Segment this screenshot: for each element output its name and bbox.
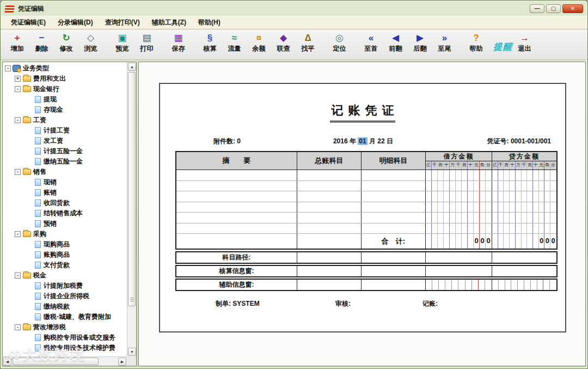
toolbar-button-next[interactable]: ▶后翻	[408, 32, 432, 53]
menu-item-voucher-edit[interactable]: 凭证编辑(E)	[5, 16, 52, 29]
toolbar-button-flow[interactable]: ≈流量	[222, 32, 247, 53]
toolbar-button-level[interactable]: Δ找平	[296, 32, 320, 53]
tree-item-purchase[interactable]: -采购	[4, 229, 126, 239]
close-button[interactable]: ✕	[562, 4, 583, 13]
toolbar-button-help[interactable]: ?帮助	[464, 32, 488, 53]
tree-item-tax[interactable]: -税金	[4, 270, 126, 281]
tree-item-cash-purchase[interactable]: 现购商品	[4, 239, 126, 250]
toolbar-button-save[interactable]: ▦保存	[166, 32, 191, 53]
tree-item-salary[interactable]: -工资	[4, 115, 126, 125]
scroll-right-icon[interactable]: ▶	[118, 358, 126, 366]
tree-item-accrue-surtax[interactable]: 计提附加税费	[4, 281, 126, 291]
entry-cell[interactable]	[362, 170, 426, 180]
entry-row[interactable]	[176, 181, 556, 192]
entry-cell[interactable]	[362, 181, 426, 191]
collapse-icon[interactable]: -	[15, 117, 21, 123]
scroll-down-icon[interactable]: ▼	[128, 348, 136, 356]
amount-cell[interactable]	[492, 170, 556, 180]
entry-cell[interactable]	[362, 191, 426, 202]
entry-row[interactable]	[176, 213, 556, 223]
menu-item-query-print[interactable]: 查询打印(V)	[99, 16, 146, 29]
toolbar-button-link-query[interactable]: ◆联查	[271, 32, 296, 53]
tree-item-accrue-income-tax[interactable]: 计提企业所得税	[4, 291, 126, 301]
amount-cell[interactable]	[426, 202, 492, 213]
tree-item-pay-city-edu-surtax[interactable]: 缴税-城建、教育费附加	[4, 312, 126, 322]
entry-cell[interactable]	[176, 181, 297, 191]
entry-row[interactable]	[176, 170, 556, 181]
tree-item-cash-bank[interactable]: -现金银行	[4, 84, 126, 94]
date-day[interactable]: 22	[377, 137, 384, 145]
toolbar-button-preview[interactable]: ▣预览	[110, 32, 134, 53]
toolbar-button-last[interactable]: »至尾	[432, 32, 457, 53]
scroll-left-icon[interactable]: ◀	[3, 358, 11, 366]
toolbar-button-check[interactable]: §核算	[198, 32, 222, 53]
toolbar-button-browse[interactable]: ◇浏览	[78, 32, 103, 53]
tree-item-expense[interactable]: +费用和支出	[4, 74, 126, 84]
tree-item-pay-goods[interactable]: 支付货款	[4, 260, 126, 270]
tree-item-pay-insurance[interactable]: 缴纳五险一金	[4, 156, 126, 167]
entry-cell[interactable]	[362, 213, 426, 223]
tree-item-tax-device-maintain[interactable]: 税控专用设备技术维护费	[4, 343, 126, 353]
expand-icon[interactable]: +	[15, 76, 21, 82]
check-info-row[interactable]: 核算信息窗:	[175, 265, 558, 277]
tree-item-vat-reform[interactable]: -营改增涉税	[4, 322, 126, 332]
entry-cell[interactable]	[297, 223, 362, 234]
tree-item-accrue-salary[interactable]: 计提工资	[4, 125, 126, 136]
tree-item-accrue-insurance[interactable]: 计提五险一金	[4, 146, 126, 156]
entry-cell[interactable]	[176, 170, 297, 180]
date-month[interactable]: 01	[358, 137, 367, 145]
entry-cell[interactable]	[176, 191, 297, 202]
collapse-icon[interactable]: -	[5, 65, 11, 71]
date-year[interactable]: 2016	[333, 137, 348, 145]
tree-item-pay-tax[interactable]: 缴纳税款	[4, 301, 126, 312]
tree-horizontal-scrollbar[interactable]: ◀ ▶	[3, 356, 127, 366]
amount-cell[interactable]	[492, 202, 556, 213]
amount-cell[interactable]	[426, 170, 492, 180]
amount-cell[interactable]	[492, 181, 556, 191]
toolbar-button-exit[interactable]: →退出	[512, 32, 537, 53]
tree-item-sales[interactable]: -销售	[4, 167, 126, 177]
tree-item-carry-sales-cost[interactable]: 结转销售成本	[4, 208, 126, 219]
amount-cell[interactable]	[426, 213, 492, 223]
entry-cell[interactable]	[297, 213, 362, 223]
tree-vertical-scrollbar[interactable]: ▲ ▼	[127, 62, 136, 356]
menu-item-help[interactable]: 帮助(H)	[192, 16, 226, 29]
aux-info-row[interactable]: 辅助信息窗:	[175, 279, 558, 291]
amount-cell[interactable]	[426, 223, 492, 234]
toolbar-button-prev[interactable]: ◀前翻	[383, 32, 408, 53]
toolbar-button-first[interactable]: «至首	[359, 32, 383, 53]
entry-cell[interactable]	[297, 181, 362, 191]
tree-item-deposit-cash[interactable]: 存现金	[4, 105, 126, 115]
entry-cell[interactable]	[176, 223, 297, 234]
amount-cell[interactable]	[426, 191, 492, 202]
entry-cell[interactable]	[176, 202, 297, 213]
tree-item-credit-purchase[interactable]: 账购商品	[4, 250, 126, 260]
entry-cell[interactable]	[362, 223, 426, 234]
collapse-icon[interactable]: -	[15, 231, 21, 237]
toolbar-button-balance[interactable]: ¤余额	[247, 32, 271, 53]
menu-item-aux-tools[interactable]: 辅助工具(Z)	[146, 16, 192, 29]
collapse-icon[interactable]: -	[15, 86, 21, 92]
toolbar-button-add[interactable]: +增加	[5, 32, 29, 53]
tree-item-withdraw-cash[interactable]: 提现	[4, 94, 126, 105]
toolbar-button-print[interactable]: ▤打印	[134, 32, 159, 53]
entry-row[interactable]	[176, 202, 556, 213]
tree-item-cash-sale[interactable]: 现销	[4, 177, 126, 187]
entry-row[interactable]	[176, 191, 556, 202]
tree-item-credit-sale[interactable]: 账销	[4, 187, 126, 198]
entry-row[interactable]	[176, 223, 556, 234]
horizontal-scroll-thumb[interactable]	[13, 358, 99, 365]
amount-cell[interactable]	[492, 223, 556, 234]
collapse-icon[interactable]: -	[15, 169, 21, 175]
entry-cell[interactable]	[362, 202, 426, 213]
tree-item-buy-tax-device[interactable]: 购税控专用设备或交服务	[4, 332, 126, 343]
amount-cell[interactable]	[492, 191, 556, 202]
maximize-button[interactable]: ▢	[546, 4, 561, 13]
entry-cell[interactable]	[297, 191, 362, 202]
collapse-icon[interactable]: -	[15, 324, 21, 330]
entry-cell[interactable]	[297, 202, 362, 213]
toolbar-button-modify[interactable]: ↻修改	[54, 32, 78, 53]
scroll-up-icon[interactable]: ▲	[128, 63, 136, 71]
tree-item-receive-payment[interactable]: 收回货款	[4, 198, 126, 208]
toolbar-button-locate[interactable]: ◎定位	[327, 32, 352, 53]
